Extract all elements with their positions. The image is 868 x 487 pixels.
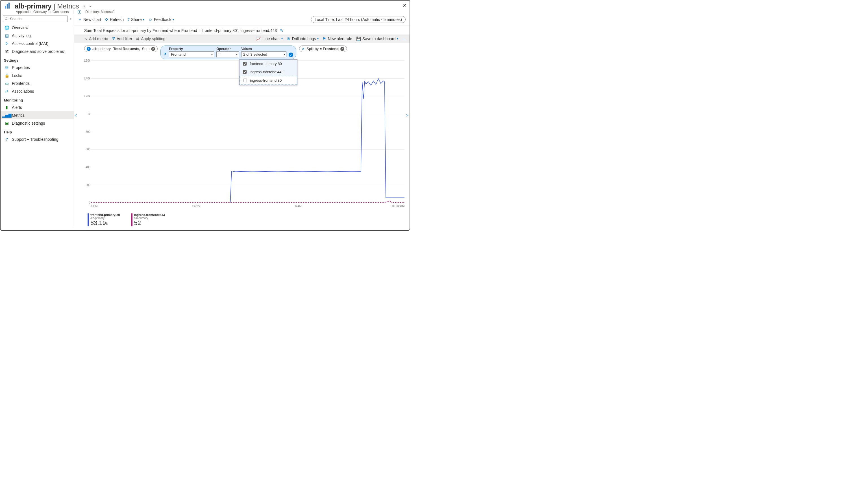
filter-values-select[interactable]: 2 of 3 selected▾ [241, 52, 286, 57]
sidebar-item-access-control[interactable]: ᐅAccess control (IAM) [1, 39, 74, 48]
share-icon: ⤴ [128, 17, 130, 22]
sidebar-item-diagnostic-settings[interactable]: ▣Diagnostic settings [1, 119, 74, 127]
filter-option[interactable]: frontend-primary:80 [240, 60, 297, 68]
feedback-button[interactable]: ☺Feedback▾ [148, 17, 174, 22]
share-button[interactable]: ⤴Share▾ [128, 17, 144, 22]
filter-operator-label: Operator [216, 47, 239, 51]
plus-icon: ＋ [78, 17, 82, 22]
metrics-app-icon [4, 2, 12, 10]
resource-icon: ● [87, 47, 91, 51]
collapse-sidebar-icon[interactable]: « [69, 17, 71, 21]
sidebar-item-diagnose[interactable]: 🛠Diagnose and solve problems [1, 48, 74, 55]
filter-icon: ⧩ [112, 36, 115, 41]
filter-operator-select[interactable]: =▾ [216, 52, 239, 57]
sidebar-nav: 🌐Overview ▤Activity log ᐅAccess control … [1, 24, 74, 143]
filter-values-label: Values [241, 47, 286, 51]
sidebar-item-alerts[interactable]: ▮Alerts [1, 104, 74, 111]
chart-type-selector[interactable]: 📈Line chart▾ [256, 36, 282, 41]
utc-label: UTC-05:00 [391, 205, 404, 208]
refresh-button[interactable]: ⟳Refresh [105, 17, 124, 22]
svg-line-4 [7, 19, 8, 20]
add-metric-button[interactable]: ∿Add metric [84, 36, 108, 41]
drill-logs-button[interactable]: 🗎Drill into Logs▾ [287, 36, 319, 41]
support-icon: ? [4, 137, 9, 142]
chart-title-text: Sum Total Requests for alb-primary by Fr… [84, 28, 278, 33]
sidebar-item-support[interactable]: ?Support + Troubleshooting [1, 135, 74, 143]
filter-editor[interactable]: ⧩ Property Frontend▾ Operator =▾ Values … [160, 46, 296, 59]
filter-property-label: Property [169, 47, 214, 51]
log-icon: ▤ [4, 33, 9, 38]
refresh-icon: ⟳ [105, 17, 108, 22]
favorite-star-icon[interactable]: ☆ [82, 3, 86, 9]
alert-icon: ⚑ [322, 36, 326, 41]
search-icon [5, 17, 8, 21]
close-icon[interactable]: ✕ [403, 2, 407, 8]
globe-icon: 🌐 [4, 25, 9, 30]
alerts-icon: ▮ [4, 105, 9, 110]
sidebar-item-frontends[interactable]: ▭Frontends [1, 79, 74, 87]
svg-rect-1 [7, 4, 8, 8]
sidebar-item-properties[interactable]: ☲Properties [1, 64, 74, 71]
filter-option[interactable]: ingress-frontend:443 [240, 68, 297, 76]
lock-icon: 🔒 [4, 73, 9, 78]
split-icon: ⇉ [136, 36, 140, 41]
save-dashboard-button[interactable]: 💾Save to dashboard▾ [356, 36, 399, 41]
remove-pill-icon[interactable]: ✕ [340, 47, 344, 51]
time-range-selector[interactable]: Local Time: Last 24 hours (Automatic - 5… [311, 16, 406, 23]
info-icon: i [78, 10, 81, 14]
chevron-down-icon: ▾ [143, 18, 144, 21]
sidebar-item-metrics[interactable]: ▂▅▇Metrics [1, 111, 74, 119]
metric-scope-pill[interactable]: ● alb-primary, Total Requests, Sum ✕ [84, 46, 158, 52]
sidebar-item-activity-log[interactable]: ▤Activity log [1, 32, 74, 39]
sliders-icon: ☲ [4, 65, 9, 70]
svg-rect-0 [5, 6, 6, 9]
filter-option[interactable]: ingress-frontend:80 [240, 76, 297, 85]
svg-point-3 [5, 18, 7, 20]
split-icon: ⤨ [302, 47, 305, 51]
blade-collapse-left-icon[interactable]: < [74, 113, 77, 118]
apply-splitting-button[interactable]: ⇉Apply splitting [136, 36, 165, 41]
logs-icon: 🗎 [287, 36, 291, 41]
sidebar-item-overview[interactable]: 🌐Overview [1, 24, 74, 32]
smile-icon: ☺ [148, 17, 152, 22]
wrench-icon: 🛠 [4, 49, 9, 54]
edit-title-icon[interactable]: ✎ [280, 28, 283, 33]
filter-property-select[interactable]: Frontend▾ [169, 52, 214, 57]
more-chart-actions-icon[interactable]: ··· [402, 36, 406, 41]
sidebar-search-input[interactable]: Search [3, 16, 68, 22]
funnel-icon: ⧩ [163, 52, 167, 57]
sidebar-item-associations[interactable]: ⇄Associations [1, 87, 74, 95]
diag-icon: ▣ [4, 121, 9, 125]
sidebar-section-monitoring: Monitoring [1, 95, 74, 104]
add-filter-button[interactable]: ⧩Add filter [112, 36, 132, 41]
legend-item[interactable]: frontend-primary:80alb-primary83.19k [88, 213, 120, 226]
new-alert-button[interactable]: ⚑New alert rule [322, 36, 352, 41]
apply-filter-icon[interactable]: ✓ [289, 53, 293, 57]
directory-label: Directory: Microsoft [85, 10, 114, 14]
more-actions-icon[interactable]: ··· [89, 4, 93, 8]
people-icon: ᐅ [4, 41, 9, 46]
chart-legend: frontend-primary:80alb-primary83.19kingr… [88, 213, 165, 226]
page-title: alb-primary | Metrics [15, 2, 79, 10]
split-by-pill[interactable]: ⤨ Split by = Frontend ✕ [299, 46, 347, 52]
blade-collapse-right-icon[interactable]: > [406, 113, 408, 118]
svg-rect-2 [8, 3, 10, 9]
assoc-icon: ⇄ [4, 89, 9, 93]
remove-pill-icon[interactable]: ✕ [151, 47, 155, 51]
chart-area: 02004006008001k1.20k1.40k1.60k 6 PMSat 2… [74, 60, 409, 228]
add-metric-icon: ∿ [84, 36, 88, 41]
save-icon: 💾 [356, 36, 361, 41]
chevron-down-icon: ▾ [173, 18, 174, 21]
resource-type-label: Application Gateway for Containers [16, 10, 69, 14]
sidebar-section-settings: Settings [1, 55, 74, 64]
sidebar-item-locks[interactable]: 🔒Locks [1, 71, 74, 79]
line-chart-icon: 📈 [256, 36, 261, 41]
frontends-icon: ▭ [4, 81, 9, 86]
filter-values-dropdown: frontend-primary:80 ingress-frontend:443… [239, 59, 298, 85]
new-chart-button[interactable]: ＋New chart [78, 17, 101, 22]
sidebar-section-help: Help [1, 127, 74, 135]
legend-item[interactable]: ingress-frontend:443alb-primary52 [131, 213, 165, 226]
metrics-icon: ▂▅▇ [4, 113, 9, 118]
